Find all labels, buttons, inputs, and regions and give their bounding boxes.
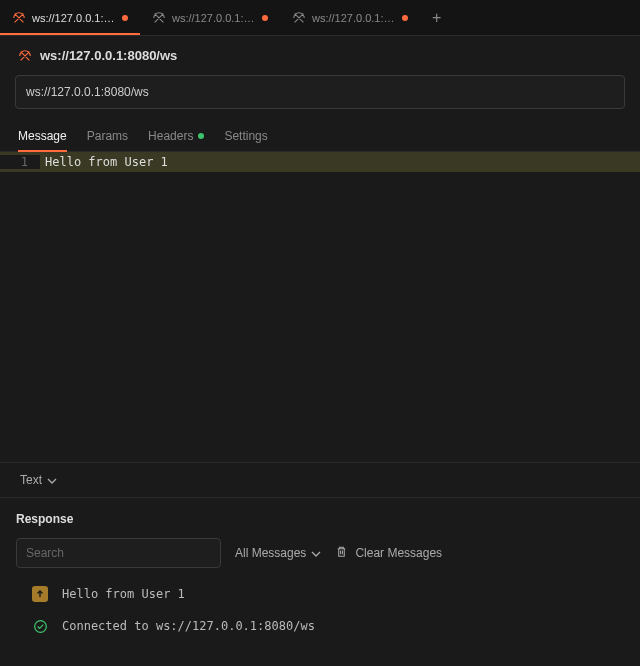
chevron-down-icon bbox=[311, 548, 321, 558]
subtab-settings[interactable]: Settings bbox=[224, 121, 267, 151]
tab-2[interactable]: ws://127.0.0.1:8080/ws bbox=[140, 0, 280, 35]
request-header: ws://127.0.0.1:8080/ws bbox=[0, 36, 640, 75]
websocket-icon bbox=[152, 11, 166, 25]
dirty-dot-icon bbox=[122, 15, 128, 21]
websocket-icon bbox=[292, 11, 306, 25]
format-label: Text bbox=[20, 473, 42, 487]
line-text: Hello from User 1 bbox=[40, 155, 168, 169]
tab-1[interactable]: ws://127.0.0.1:8080/ws bbox=[0, 0, 140, 35]
url-value: ws://127.0.0.1:8080/ws bbox=[26, 85, 149, 99]
message-filter-select[interactable]: All Messages bbox=[235, 546, 321, 560]
dirty-dot-icon bbox=[402, 15, 408, 21]
filter-label: All Messages bbox=[235, 546, 306, 560]
indicator-dot-icon bbox=[198, 133, 204, 139]
arrow-up-icon bbox=[32, 586, 48, 602]
subtab-params[interactable]: Params bbox=[87, 121, 128, 151]
response-toolbar: All Messages Clear Messages bbox=[16, 538, 624, 568]
response-search-input[interactable] bbox=[16, 538, 221, 568]
message-editor[interactable]: 1 Hello from User 1 bbox=[0, 152, 640, 462]
tab-label: ws://127.0.0.1:8080/ws bbox=[312, 12, 396, 24]
tab-label: ws://127.0.0.1:8080/ws bbox=[32, 12, 116, 24]
subtab-label: Params bbox=[87, 129, 128, 143]
request-title: ws://127.0.0.1:8080/ws bbox=[40, 48, 177, 63]
check-circle-icon bbox=[32, 618, 48, 634]
clear-messages-button[interactable]: Clear Messages bbox=[335, 545, 442, 561]
chevron-down-icon bbox=[47, 475, 57, 485]
svg-point-0 bbox=[34, 620, 46, 632]
format-bar: Text bbox=[0, 462, 640, 497]
message-text: Hello from User 1 bbox=[62, 587, 185, 601]
tab-bar: ws://127.0.0.1:8080/ws ws://127.0.0.1:80… bbox=[0, 0, 640, 36]
request-subtabs: Message Params Headers Settings bbox=[0, 121, 640, 152]
message-row-connected[interactable]: Connected to ws://127.0.0.1:8080/ws bbox=[16, 610, 624, 642]
editor-line: 1 Hello from User 1 bbox=[0, 152, 640, 172]
subtab-label: Message bbox=[18, 129, 67, 143]
message-text: Connected to ws://127.0.0.1:8080/ws bbox=[62, 619, 315, 633]
format-select[interactable]: Text bbox=[20, 473, 57, 487]
line-number: 1 bbox=[0, 155, 40, 169]
subtab-label: Settings bbox=[224, 129, 267, 143]
subtab-headers[interactable]: Headers bbox=[148, 121, 204, 151]
clear-label: Clear Messages bbox=[355, 546, 442, 560]
subtab-label: Headers bbox=[148, 129, 193, 143]
message-row-sent[interactable]: Hello from User 1 bbox=[16, 578, 624, 610]
url-input[interactable]: ws://127.0.0.1:8080/ws bbox=[15, 75, 625, 109]
subtab-message[interactable]: Message bbox=[18, 121, 67, 151]
websocket-icon bbox=[18, 49, 32, 63]
new-tab-button[interactable]: + bbox=[420, 9, 453, 27]
response-section: Response All Messages Clear Messages Hel… bbox=[0, 497, 640, 642]
tab-label: ws://127.0.0.1:8080/ws bbox=[172, 12, 256, 24]
websocket-icon bbox=[12, 11, 26, 25]
response-title: Response bbox=[16, 512, 624, 526]
trash-icon bbox=[335, 545, 348, 561]
dirty-dot-icon bbox=[262, 15, 268, 21]
tab-3[interactable]: ws://127.0.0.1:8080/ws bbox=[280, 0, 420, 35]
